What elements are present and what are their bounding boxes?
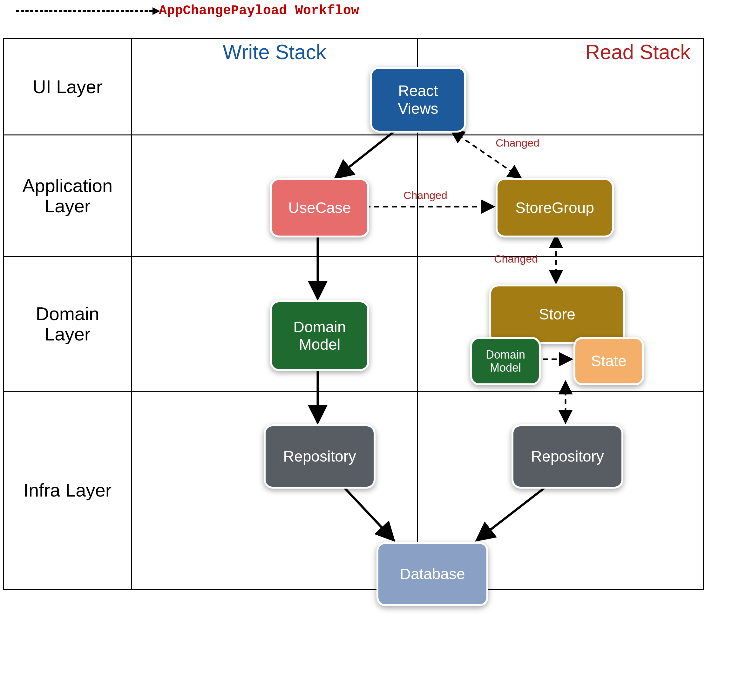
layer-label-infra: Infra Layer bbox=[4, 392, 132, 589]
node-label: Domain Model bbox=[272, 302, 367, 369]
layer-label-application: Application Layer bbox=[4, 135, 132, 256]
node-label: State bbox=[575, 339, 642, 383]
node-label: Repository bbox=[266, 426, 374, 487]
node-state: State bbox=[574, 337, 644, 385]
legend: AppChangePayload Workflow bbox=[16, 3, 359, 18]
edge-label-storegroup-views: Changed bbox=[496, 137, 540, 149]
node-domain-model-small: Domain Model bbox=[470, 337, 541, 385]
node-label: Repository bbox=[513, 426, 622, 487]
diagram-canvas: AppChangePayload Workflow UI Layer Write… bbox=[0, 0, 732, 700]
node-storegroup: StoreGroup bbox=[496, 178, 614, 237]
node-label: Database bbox=[378, 544, 486, 604]
edge-label-usecase-storegroup: Changed bbox=[403, 189, 447, 201]
row-infra: Infra Layer bbox=[4, 392, 703, 589]
read-stack-header: Read Stack bbox=[585, 40, 690, 64]
node-react-views: React Views bbox=[370, 67, 466, 132]
node-database: Database bbox=[377, 542, 488, 606]
node-label: StoreGroup bbox=[497, 180, 612, 235]
node-usecase: UseCase bbox=[270, 178, 369, 237]
edge-label-store-storegroup: Changed bbox=[494, 253, 538, 265]
node-repository-left: Repository bbox=[264, 424, 376, 488]
node-label: Store bbox=[491, 287, 623, 342]
cell-infra-write bbox=[132, 392, 418, 589]
node-repository-right: Repository bbox=[512, 424, 623, 488]
layer-label-domain: Domain Layer bbox=[4, 257, 132, 391]
layer-label-ui: UI Layer bbox=[4, 39, 132, 134]
node-store: Store bbox=[489, 284, 625, 344]
node-label: UseCase bbox=[272, 180, 367, 235]
row-ui: UI Layer Write Stack Read Stack bbox=[4, 39, 703, 135]
write-stack-header: Write Stack bbox=[132, 40, 417, 64]
legend-arrow-icon bbox=[16, 10, 153, 12]
legend-label: AppChangePayload Workflow bbox=[159, 3, 359, 18]
node-label: React Views bbox=[372, 69, 464, 131]
node-domain-model: Domain Model bbox=[270, 300, 369, 371]
node-label: Domain Model bbox=[472, 339, 539, 383]
